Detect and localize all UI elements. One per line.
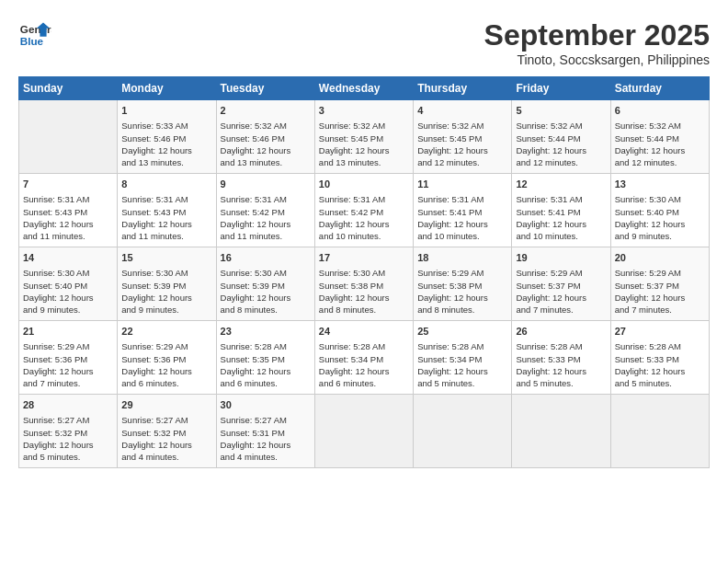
week-row-1: 1Sunrise: 5:33 AM Sunset: 5:46 PM Daylig…: [19, 100, 710, 174]
svg-text:General: General: [20, 23, 51, 35]
day-number: 21: [23, 325, 113, 339]
header-day-thursday: Thursday: [414, 77, 512, 100]
calendar-cell: 17Sunrise: 5:30 AM Sunset: 5:38 PM Dayli…: [314, 247, 413, 321]
day-info: Sunrise: 5:29 AM Sunset: 5:36 PM Dayligh…: [121, 340, 211, 389]
day-number: 3: [319, 104, 409, 118]
title-block: September 2025 Tinoto, Soccsksargen, Phi…: [484, 18, 710, 67]
day-info: Sunrise: 5:32 AM Sunset: 5:45 PM Dayligh…: [417, 120, 507, 168]
calendar-cell: 4Sunrise: 5:32 AM Sunset: 5:45 PM Daylig…: [414, 100, 512, 174]
day-info: Sunrise: 5:31 AM Sunset: 5:43 PM Dayligh…: [121, 193, 211, 242]
day-number: 28: [23, 398, 113, 412]
day-number: 4: [417, 104, 507, 118]
calendar-cell: [414, 395, 512, 468]
calendar-cell: 9Sunrise: 5:31 AM Sunset: 5:42 PM Daylig…: [216, 174, 314, 247]
calendar-cell: 26Sunrise: 5:28 AM Sunset: 5:33 PM Dayli…: [512, 321, 610, 395]
header-day-monday: Monday: [118, 77, 216, 100]
day-info: Sunrise: 5:28 AM Sunset: 5:35 PM Dayligh…: [221, 340, 311, 389]
calendar-cell: 19Sunrise: 5:29 AM Sunset: 5:37 PM Dayli…: [512, 247, 610, 321]
day-number: 5: [516, 104, 606, 118]
header-day-saturday: Saturday: [610, 77, 709, 100]
calendar-cell: [610, 395, 709, 468]
calendar-cell: 23Sunrise: 5:28 AM Sunset: 5:35 PM Dayli…: [216, 321, 314, 395]
calendar-cell: 27Sunrise: 5:28 AM Sunset: 5:33 PM Dayli…: [610, 321, 709, 395]
day-info: Sunrise: 5:28 AM Sunset: 5:34 PM Dayligh…: [319, 340, 409, 389]
calendar-table: SundayMondayTuesdayWednesdayThursdayFrid…: [18, 76, 710, 468]
day-number: 6: [615, 104, 705, 118]
calendar-cell: 15Sunrise: 5:30 AM Sunset: 5:39 PM Dayli…: [118, 247, 216, 321]
header: General Blue September 2025 Tinoto, Socc…: [18, 18, 710, 67]
day-info: Sunrise: 5:31 AM Sunset: 5:41 PM Dayligh…: [417, 193, 507, 242]
day-number: 23: [221, 325, 311, 339]
calendar-cell: 24Sunrise: 5:28 AM Sunset: 5:34 PM Dayli…: [314, 321, 413, 395]
day-info: Sunrise: 5:27 AM Sunset: 5:31 PM Dayligh…: [221, 414, 311, 463]
week-row-3: 14Sunrise: 5:30 AM Sunset: 5:40 PM Dayli…: [19, 247, 710, 321]
calendar-cell: 14Sunrise: 5:30 AM Sunset: 5:40 PM Dayli…: [19, 247, 118, 321]
calendar-cell: 20Sunrise: 5:29 AM Sunset: 5:37 PM Dayli…: [610, 247, 709, 321]
calendar-cell: 7Sunrise: 5:31 AM Sunset: 5:43 PM Daylig…: [19, 174, 118, 247]
day-info: Sunrise: 5:27 AM Sunset: 5:32 PM Dayligh…: [23, 414, 113, 463]
calendar-cell: 30Sunrise: 5:27 AM Sunset: 5:31 PM Dayli…: [216, 395, 314, 468]
day-number: 16: [221, 251, 311, 265]
day-number: 9: [221, 178, 311, 191]
calendar-cell: 18Sunrise: 5:29 AM Sunset: 5:38 PM Dayli…: [414, 247, 512, 321]
day-info: Sunrise: 5:32 AM Sunset: 5:45 PM Dayligh…: [319, 120, 409, 168]
calendar-cell: 11Sunrise: 5:31 AM Sunset: 5:41 PM Dayli…: [414, 174, 512, 247]
calendar-cell: 22Sunrise: 5:29 AM Sunset: 5:36 PM Dayli…: [118, 321, 216, 395]
day-info: Sunrise: 5:30 AM Sunset: 5:38 PM Dayligh…: [319, 267, 409, 316]
day-number: 7: [23, 178, 113, 191]
header-day-friday: Friday: [512, 77, 610, 100]
day-number: 13: [615, 178, 705, 191]
month-title: September 2025: [484, 18, 710, 52]
calendar-cell: 5Sunrise: 5:32 AM Sunset: 5:44 PM Daylig…: [512, 100, 610, 174]
calendar-cell: 10Sunrise: 5:31 AM Sunset: 5:42 PM Dayli…: [314, 174, 413, 247]
header-day-sunday: Sunday: [19, 77, 118, 100]
day-info: Sunrise: 5:27 AM Sunset: 5:32 PM Dayligh…: [121, 414, 211, 463]
calendar-cell: 28Sunrise: 5:27 AM Sunset: 5:32 PM Dayli…: [19, 395, 118, 468]
logo: General Blue: [18, 18, 51, 52]
day-info: Sunrise: 5:31 AM Sunset: 5:42 PM Dayligh…: [319, 193, 409, 242]
day-info: Sunrise: 5:32 AM Sunset: 5:44 PM Dayligh…: [516, 120, 606, 168]
day-info: Sunrise: 5:30 AM Sunset: 5:39 PM Dayligh…: [121, 267, 211, 316]
calendar-cell: 25Sunrise: 5:28 AM Sunset: 5:34 PM Dayli…: [414, 321, 512, 395]
day-info: Sunrise: 5:31 AM Sunset: 5:41 PM Dayligh…: [516, 193, 606, 242]
day-number: 19: [516, 251, 606, 265]
day-info: Sunrise: 5:30 AM Sunset: 5:39 PM Dayligh…: [221, 267, 311, 316]
location-title: Tinoto, Soccsksargen, Philippines: [484, 52, 710, 67]
day-info: Sunrise: 5:33 AM Sunset: 5:46 PM Dayligh…: [121, 120, 211, 168]
day-number: 25: [417, 325, 507, 339]
header-day-wednesday: Wednesday: [314, 77, 413, 100]
day-number: 1: [121, 104, 211, 118]
calendar-cell: 29Sunrise: 5:27 AM Sunset: 5:32 PM Dayli…: [118, 395, 216, 468]
day-info: Sunrise: 5:32 AM Sunset: 5:44 PM Dayligh…: [615, 120, 705, 168]
day-number: 27: [615, 325, 705, 339]
day-number: 20: [615, 251, 705, 265]
days-header-row: SundayMondayTuesdayWednesdayThursdayFrid…: [19, 77, 710, 100]
calendar-cell: [512, 395, 610, 468]
calendar-cell: 12Sunrise: 5:31 AM Sunset: 5:41 PM Dayli…: [512, 174, 610, 247]
calendar-cell: 21Sunrise: 5:29 AM Sunset: 5:36 PM Dayli…: [19, 321, 118, 395]
calendar-cell: 1Sunrise: 5:33 AM Sunset: 5:46 PM Daylig…: [118, 100, 216, 174]
day-info: Sunrise: 5:29 AM Sunset: 5:38 PM Dayligh…: [417, 267, 507, 316]
day-info: Sunrise: 5:30 AM Sunset: 5:40 PM Dayligh…: [615, 193, 705, 242]
day-number: 24: [319, 325, 409, 339]
day-number: 10: [319, 178, 409, 191]
day-number: 17: [319, 251, 409, 265]
day-number: 18: [417, 251, 507, 265]
day-info: Sunrise: 5:31 AM Sunset: 5:42 PM Dayligh…: [221, 193, 311, 242]
day-info: Sunrise: 5:30 AM Sunset: 5:40 PM Dayligh…: [23, 267, 113, 316]
header-day-tuesday: Tuesday: [216, 77, 314, 100]
day-number: 11: [417, 178, 507, 191]
day-number: 15: [121, 251, 211, 265]
day-number: 12: [516, 178, 606, 191]
day-info: Sunrise: 5:29 AM Sunset: 5:37 PM Dayligh…: [516, 267, 606, 316]
calendar-cell: 6Sunrise: 5:32 AM Sunset: 5:44 PM Daylig…: [610, 100, 709, 174]
calendar-cell: [314, 395, 413, 468]
logo-icon: General Blue: [18, 18, 51, 52]
day-number: 14: [23, 251, 113, 265]
day-info: Sunrise: 5:32 AM Sunset: 5:46 PM Dayligh…: [221, 120, 311, 168]
calendar-cell: 2Sunrise: 5:32 AM Sunset: 5:46 PM Daylig…: [216, 100, 314, 174]
week-row-5: 28Sunrise: 5:27 AM Sunset: 5:32 PM Dayli…: [19, 395, 710, 468]
calendar-cell: 3Sunrise: 5:32 AM Sunset: 5:45 PM Daylig…: [314, 100, 413, 174]
day-info: Sunrise: 5:28 AM Sunset: 5:34 PM Dayligh…: [417, 340, 507, 389]
day-number: 26: [516, 325, 606, 339]
